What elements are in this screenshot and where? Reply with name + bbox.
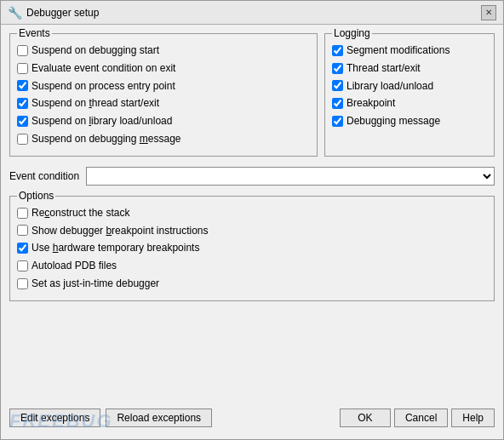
log-breakpoint-checkbox[interactable]	[332, 98, 343, 109]
suspend-debug-start-label[interactable]: Suspend on debugging start	[32, 43, 159, 58]
set-jit-debugger-checkbox[interactable]	[17, 278, 28, 289]
log-debug-message-row: Debugging message	[332, 113, 487, 129]
suspend-thread-start-label[interactable]: Suspend on thread start/exit	[32, 96, 159, 111]
event-suspend-process-row: Suspend on process entry point	[17, 78, 310, 94]
log-breakpoint-label[interactable]: Breakpoint	[346, 96, 395, 111]
options-label: Options	[17, 190, 55, 202]
event-suspend-debug-start-row: Suspend on debugging start	[17, 43, 310, 59]
use-hw-temp-bp-checkbox[interactable]	[17, 243, 28, 254]
event-condition-row: Event condition	[9, 163, 495, 189]
reconstruct-stack-label[interactable]: Reconstruct the stack	[32, 206, 129, 220]
window-icon: 🔧	[8, 6, 21, 20]
set-jit-debugger-label[interactable]: Set as just-in-time debugger	[32, 277, 159, 291]
log-thread-start-label[interactable]: Thread start/exit	[346, 61, 421, 76]
eval-event-condition-checkbox[interactable]	[17, 63, 28, 74]
reconstruct-stack-checkbox[interactable]	[17, 208, 28, 219]
logging-label: Logging	[332, 27, 372, 39]
event-condition-select[interactable]	[86, 167, 495, 186]
autoload-pdb-checkbox[interactable]	[17, 260, 28, 271]
autoload-pdb-label[interactable]: Autoload PDB files	[32, 259, 117, 273]
opt-set-jit-row: Set as just-in-time debugger	[17, 276, 487, 292]
suspend-process-entry-checkbox[interactable]	[17, 80, 28, 91]
log-debug-message-checkbox[interactable]	[332, 116, 343, 127]
ok-button[interactable]: OK	[340, 409, 391, 427]
opt-reconstruct-stack-row: Reconstruct the stack	[17, 205, 487, 221]
suspend-process-entry-label[interactable]: Suspend on process entry point	[32, 79, 175, 94]
close-button[interactable]: ✕	[481, 5, 496, 20]
events-label: Events	[17, 27, 52, 39]
bottom-buttons: Edit exceptions Reload exceptions OK Can…	[9, 405, 495, 431]
log-thread-start-checkbox[interactable]	[332, 63, 343, 74]
log-segment-mod-row: Segment modifications	[332, 43, 487, 59]
window-title: Debugger setup	[26, 7, 99, 19]
events-group: Events Suspend on debugging start Evalua…	[9, 33, 318, 157]
eval-event-condition-label[interactable]: Evaluate event condition on exit	[32, 61, 175, 76]
log-segment-mod-checkbox[interactable]	[332, 45, 343, 56]
bottom-right-buttons: OK Cancel Help	[340, 409, 495, 427]
title-bar-left: 🔧 Debugger setup	[8, 6, 99, 20]
help-button[interactable]: Help	[451, 409, 495, 427]
logging-group: Logging Segment modifications Thread sta…	[324, 33, 495, 157]
suspend-library-load-checkbox[interactable]	[17, 116, 28, 127]
bottom-left-buttons: Edit exceptions Reload exceptions	[9, 409, 212, 427]
edit-exceptions-button[interactable]: Edit exceptions	[9, 409, 100, 427]
log-library-load-checkbox[interactable]	[332, 80, 343, 91]
event-suspend-thread-row: Suspend on thread start/exit	[17, 95, 310, 111]
opt-use-hw-temp-bp-row: Use hardware temporary breakpoints	[17, 240, 487, 256]
opt-show-debugger-bp-row: Show debugger breakpoint instructions	[17, 223, 487, 239]
event-condition-label: Event condition	[9, 170, 79, 182]
log-segment-mod-label[interactable]: Segment modifications	[346, 43, 450, 58]
suspend-debug-message-checkbox[interactable]	[17, 134, 28, 145]
main-window: 🔧 Debugger setup ✕ Events Suspend on deb…	[0, 0, 504, 440]
event-suspend-library-row: Suspend on library load/unload	[17, 113, 310, 129]
show-debugger-bp-label[interactable]: Show debugger breakpoint instructions	[32, 224, 208, 238]
suspend-library-load-label[interactable]: Suspend on library load/unload	[32, 114, 172, 129]
log-thread-start-row: Thread start/exit	[332, 60, 487, 77]
log-breakpoint-row: Breakpoint	[332, 95, 487, 111]
suspend-debug-start-checkbox[interactable]	[17, 45, 28, 56]
suspend-thread-start-checkbox[interactable]	[17, 98, 28, 109]
options-group: Options Reconstruct the stack Show debug…	[9, 196, 495, 301]
log-library-load-label[interactable]: Library load/unload	[346, 79, 433, 94]
opt-autoload-pdb-row: Autoload PDB files	[17, 258, 487, 274]
cancel-button[interactable]: Cancel	[394, 409, 448, 427]
log-debug-message-label[interactable]: Debugging message	[346, 114, 440, 129]
event-eval-condition-row: Evaluate event condition on exit	[17, 60, 310, 77]
top-section: Events Suspend on debugging start Evalua…	[9, 33, 495, 157]
reload-exceptions-button[interactable]: Reload exceptions	[106, 409, 212, 427]
use-hw-temp-bp-label[interactable]: Use hardware temporary breakpoints	[32, 241, 199, 255]
event-suspend-debug-message-row: Suspend on debugging message	[17, 131, 310, 147]
title-bar: 🔧 Debugger setup ✕	[1, 1, 503, 25]
log-library-load-row: Library load/unload	[332, 78, 487, 94]
show-debugger-bp-checkbox[interactable]	[17, 225, 28, 236]
content-area: Events Suspend on debugging start Evalua…	[1, 25, 503, 439]
suspend-debug-message-label[interactable]: Suspend on debugging message	[32, 132, 180, 146]
